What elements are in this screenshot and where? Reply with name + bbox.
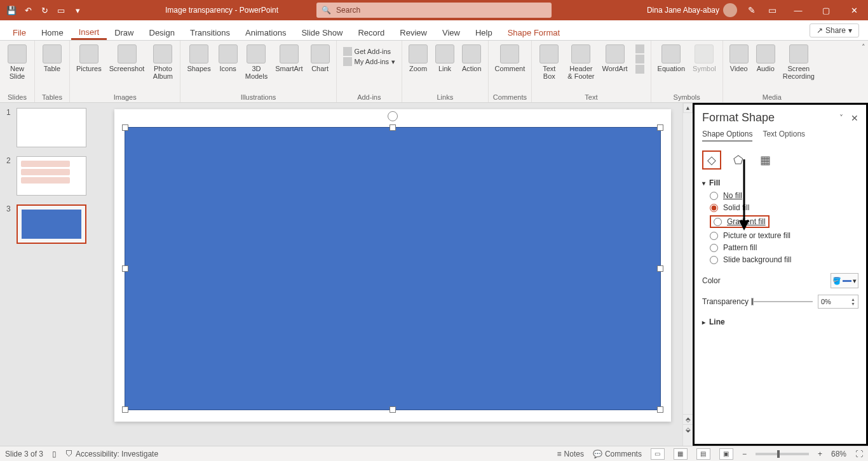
get-addins-button[interactable]: Get Add-ins — [343, 47, 395, 56]
smartart-button[interactable]: SmartArt — [273, 43, 305, 74]
screen-recording-button[interactable]: Screen Recording — [780, 43, 817, 81]
size-properties-icon[interactable]: ▦ — [756, 150, 775, 170]
prev-slide-icon[interactable]: ⬘ — [683, 414, 693, 424]
color-picker-button[interactable]: 🪣▾ — [831, 273, 858, 288]
picture-fill-radio[interactable]: Picture or texture fill — [710, 231, 858, 240]
table-button[interactable]: Table — [39, 43, 65, 74]
normal-view-button[interactable]: ▭ — [651, 448, 665, 460]
action-button[interactable]: Action — [459, 43, 484, 74]
wordart-button[interactable]: WordArt — [599, 43, 630, 74]
tab-file[interactable]: File — [5, 24, 34, 40]
slide-bg-fill-radio[interactable]: Slide background fill — [710, 255, 858, 264]
text-options-tab[interactable]: Text Options — [763, 130, 805, 142]
reading-view-button[interactable]: ▤ — [696, 448, 710, 460]
next-slide-icon[interactable]: ⬙ — [683, 424, 693, 434]
close-pane-icon[interactable]: ✕ — [851, 113, 858, 123]
new-slide-button[interactable]: New Slide — [4, 43, 31, 81]
slide-thumb-2[interactable] — [17, 156, 86, 196]
video-button[interactable]: Video — [727, 43, 751, 74]
notes-button[interactable]: ≡Notes — [557, 450, 584, 458]
present-icon[interactable]: ▭ — [55, 4, 67, 17]
close-button[interactable]: ✕ — [840, 0, 868, 20]
resize-handle[interactable] — [657, 265, 663, 272]
resize-handle[interactable] — [390, 124, 396, 131]
resize-handle[interactable] — [657, 124, 663, 131]
resize-handle[interactable] — [390, 406, 396, 413]
equation-button[interactable]: Equation — [655, 43, 688, 74]
fit-to-window-button[interactable]: ⛶ — [855, 450, 863, 458]
ribbon-mode-icon[interactable]: ▭ — [763, 1, 782, 19]
audio-button[interactable]: Audio — [754, 43, 778, 74]
slide-thumb-1[interactable] — [17, 108, 86, 147]
zoom-slider[interactable] — [756, 453, 809, 455]
tab-record[interactable]: Record — [350, 24, 392, 40]
transparency-slider[interactable] — [754, 301, 813, 302]
gradient-fill-radio[interactable]: Gradient fill — [710, 215, 770, 228]
resize-handle[interactable] — [122, 406, 128, 413]
language-icon[interactable]: ▯ — [52, 450, 57, 458]
vertical-scrollbar[interactable]: ▲ ⬘ ⬙ — [682, 103, 693, 446]
icons-button[interactable]: Icons — [216, 43, 240, 74]
resize-handle[interactable] — [122, 124, 128, 131]
sorter-view-button[interactable]: ▦ — [674, 448, 688, 460]
tab-transitions[interactable]: Transitions — [182, 24, 238, 40]
line-section-header[interactable]: ▸ Line — [702, 317, 858, 326]
effects-icon[interactable]: ⬠ — [729, 150, 748, 170]
rotate-handle[interactable] — [388, 111, 398, 121]
rectangle-shape[interactable] — [125, 127, 661, 410]
tab-view[interactable]: View — [435, 24, 468, 40]
undo-icon[interactable]: ↶ — [22, 4, 34, 17]
screenshot-button[interactable]: Screenshot — [107, 43, 147, 74]
tab-design[interactable]: Design — [142, 24, 182, 40]
comments-button[interactable]: 💬Comments — [593, 450, 642, 458]
redo-icon[interactable]: ↻ — [38, 4, 51, 17]
slide-counter[interactable]: Slide 3 of 3 — [5, 450, 43, 458]
slideshow-view-button[interactable]: ▣ — [719, 448, 733, 460]
slide[interactable] — [114, 109, 671, 422]
comment-button[interactable]: Comment — [492, 43, 528, 74]
tab-slideshow[interactable]: Slide Show — [294, 24, 350, 40]
no-fill-radio[interactable]: No fill — [710, 191, 858, 200]
collapse-ribbon-icon[interactable]: ˄ — [862, 43, 865, 51]
photo-album-button[interactable]: Photo Album — [149, 43, 176, 81]
spin-up-icon[interactable]: ▲ — [851, 297, 855, 302]
qat-more-icon[interactable]: ▾ — [71, 4, 84, 17]
minimize-button[interactable]: — — [784, 0, 812, 20]
tab-draw[interactable]: Draw — [107, 24, 141, 40]
pictures-button[interactable]: Pictures — [74, 43, 104, 74]
zoom-in-button[interactable]: + — [818, 450, 822, 458]
user-account[interactable]: Dina Jane Abay-abay — [647, 3, 737, 17]
shapes-button[interactable]: Shapes — [184, 43, 213, 74]
link-button[interactable]: Link — [433, 43, 457, 74]
header-footer-button[interactable]: Header & Footer — [565, 43, 597, 81]
pane-options-icon[interactable]: ˅ — [839, 114, 843, 123]
fill-line-icon[interactable]: ◇ — [702, 150, 721, 170]
text-box-button[interactable]: Text Box — [536, 43, 562, 81]
tab-insert[interactable]: Insert — [71, 23, 107, 40]
tab-review[interactable]: Review — [392, 24, 435, 40]
solid-fill-radio[interactable]: Solid fill — [710, 203, 858, 212]
tab-shape-format[interactable]: Shape Format — [500, 24, 567, 40]
slide-number-button[interactable] — [635, 55, 644, 63]
transparency-spinner[interactable]: 0% ▲▼ — [818, 295, 858, 309]
3d-models-button[interactable]: 3D Models — [243, 43, 270, 81]
fill-section-header[interactable]: ▾ Fill — [702, 178, 858, 187]
object-button[interactable] — [635, 65, 644, 74]
tab-home[interactable]: Home — [34, 24, 71, 40]
coming-soon-icon[interactable]: ✎ — [742, 1, 761, 19]
zoom-level[interactable]: 68% — [831, 450, 846, 458]
zoom-button[interactable]: Zoom — [406, 43, 430, 74]
save-icon[interactable]: 💾 — [5, 4, 18, 17]
accessibility-button[interactable]: ⛉ Accessibility: Investigate — [65, 450, 158, 458]
date-time-button[interactable] — [635, 44, 644, 53]
my-addins-button[interactable]: My Add-ins ▾ — [343, 57, 395, 66]
symbol-button[interactable]: Symbol — [690, 43, 719, 74]
zoom-out-button[interactable]: − — [742, 450, 747, 458]
shape-options-tab[interactable]: Shape Options — [702, 130, 752, 142]
chart-button[interactable]: Chart — [308, 43, 332, 74]
slide-thumb-3[interactable] — [17, 204, 86, 244]
resize-handle[interactable] — [122, 265, 128, 272]
maximize-button[interactable]: ▢ — [812, 0, 840, 20]
tab-animations[interactable]: Animations — [238, 24, 294, 40]
spin-down-icon[interactable]: ▼ — [851, 302, 855, 306]
